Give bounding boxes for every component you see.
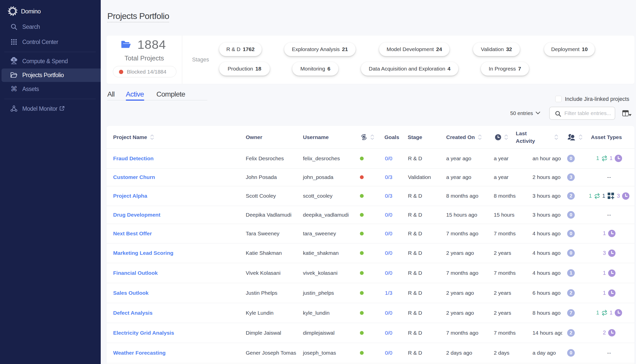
svg-text:$: $ xyxy=(13,58,15,61)
